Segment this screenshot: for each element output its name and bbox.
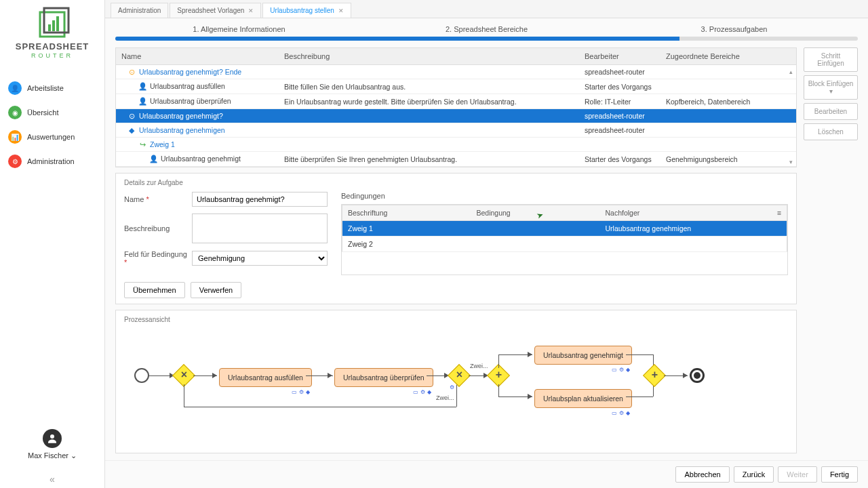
wizard-step-3[interactable]: 3. Prozessaufgaben bbox=[610, 25, 858, 37]
col-name[interactable]: Name bbox=[116, 48, 279, 65]
close-icon[interactable]: ✕ bbox=[338, 7, 344, 14]
bpmn-canvas[interactable]: Urlaubsantrag ausfüllen ▭⚙◆ Urlaubsantra… bbox=[124, 329, 788, 420]
insert-block-button[interactable]: Block Einfügen ▾ bbox=[804, 75, 858, 100]
nav-icon: ◉ bbox=[8, 106, 22, 119]
tab[interactable]: Urlaubsantrag stellen✕ bbox=[262, 3, 351, 18]
label-name: Name * bbox=[124, 195, 192, 203]
table-row[interactable]: ↪Zweig 1 bbox=[116, 138, 796, 152]
svg-text:SPREADSHEET: SPREADSHEET bbox=[16, 41, 90, 52]
main-area: AdministrationSpreadsheet Vorlagen✕Urlau… bbox=[105, 0, 868, 488]
conditions-table: Beschriftung Bedingung Nachfolger ≡ Zwei… bbox=[342, 205, 787, 252]
user-name: Max Fischer ⌄ bbox=[10, 451, 94, 460]
label-condfield: Feld für Bedingung * bbox=[124, 250, 192, 266]
condition-row[interactable]: Zweig 1Urlaubsantrag genehmigen bbox=[342, 221, 787, 237]
conditions-title: Bedingungen bbox=[341, 192, 788, 200]
bpmn-start-event[interactable] bbox=[134, 368, 149, 383]
bpmn-task-check[interactable]: Urlaubsantrag überprüfen ▭⚙◆ bbox=[334, 368, 433, 387]
logo: SPREADSHEET ROUTER bbox=[0, 0, 104, 69]
bpmn-gateway-4[interactable] bbox=[643, 364, 666, 387]
content: Name Beschreibung Bearbeiter Zugeordnete… bbox=[105, 41, 868, 460]
row-icon: ↪ bbox=[138, 140, 147, 148]
tab[interactable]: Administration bbox=[111, 3, 168, 18]
tab-bar: AdministrationSpreadsheet Vorlagen✕Urlau… bbox=[105, 0, 868, 18]
row-icon: ⊙ bbox=[127, 68, 136, 76]
actions-panel: Schritt Einfügen Block Einfügen ▾ Bearbe… bbox=[804, 47, 858, 453]
nav-list: 👤Arbeitsliste◉Übersicht📊Auswertungen⚙Adm… bbox=[0, 69, 104, 419]
table-row[interactable]: 👤Urlaubsantrag überprüfenEin Urlaubsantr… bbox=[116, 94, 796, 109]
tab-label: Urlaubsantrag stellen bbox=[270, 7, 334, 14]
table-row[interactable]: 👤Urlaubsantrag genehmigtBitte überprüfen… bbox=[116, 152, 796, 167]
bpmn-task-update[interactable]: Urlaubsplan aktualisieren ▭⚙◆ bbox=[534, 389, 632, 408]
svg-point-7 bbox=[50, 434, 54, 439]
nav-label: Administration bbox=[27, 157, 75, 165]
tab-label: Spreadsheet Vorlagen bbox=[177, 7, 244, 14]
condition-row[interactable]: Zweig 2 bbox=[342, 237, 787, 252]
apply-button[interactable]: Übernehmen bbox=[124, 282, 185, 298]
input-name[interactable] bbox=[192, 192, 328, 207]
sidebar-collapse-button[interactable]: « bbox=[0, 470, 104, 488]
bpmn-edge-label-2: Zwei... bbox=[436, 394, 454, 401]
nav-item-arbeitsliste[interactable]: 👤Arbeitsliste bbox=[0, 76, 104, 100]
row-icon: ◆ bbox=[127, 126, 136, 134]
col-areas[interactable]: Zugeordnete Bereiche bbox=[660, 48, 796, 65]
bpmn-task-approved[interactable]: Urlaubsantrag genehmigt ▭⚙◆ bbox=[534, 346, 632, 365]
cancel-button[interactable]: Abbrechen bbox=[675, 466, 729, 483]
conditions-panel: Bedingungen Beschriftung Bedingung Nachf… bbox=[341, 192, 788, 275]
details-form: Name * Beschreibung Feld für Bedingung * bbox=[124, 192, 328, 275]
process-panel: Prozessansicht bbox=[115, 310, 797, 453]
bpmn-task-fill[interactable]: Urlaubsantrag ausfüllen ▭⚙◆ bbox=[219, 368, 312, 387]
next-button[interactable]: Weiter bbox=[778, 466, 817, 483]
edit-button[interactable]: Bearbeiten bbox=[804, 103, 858, 120]
select-condfield[interactable]: Genehmigung bbox=[192, 251, 328, 266]
task-table-wrap: Name Beschreibung Bearbeiter Zugeordnete… bbox=[115, 47, 797, 167]
tab[interactable]: Spreadsheet Vorlagen✕ bbox=[170, 3, 261, 18]
table-row[interactable]: ⊙Urlaubsantrag genehmigt? Endespreadshee… bbox=[116, 65, 796, 79]
col-desc[interactable]: Beschreibung bbox=[279, 48, 579, 65]
delete-button[interactable]: Löschen bbox=[804, 123, 858, 140]
input-desc[interactable] bbox=[192, 214, 328, 243]
svg-rect-4 bbox=[56, 16, 59, 31]
process-title: Prozessansicht bbox=[124, 316, 788, 323]
table-row[interactable]: ◆Urlaubsantrag genehmigenspreadsheet-rou… bbox=[116, 123, 796, 138]
table-row[interactable]: 👤Urlaubsantrag ausfüllenBitte füllen Sie… bbox=[116, 79, 796, 94]
nav-item-übersicht[interactable]: ◉Übersicht bbox=[0, 100, 104, 125]
sidebar: SPREADSHEET ROUTER 👤Arbeitsliste◉Übersic… bbox=[0, 0, 105, 488]
row-icon: ⊙ bbox=[127, 112, 136, 120]
close-icon[interactable]: ✕ bbox=[248, 7, 254, 14]
wizard-step-1[interactable]: 1. Allgemeine Informationen bbox=[115, 25, 363, 37]
cond-col-succ[interactable]: Nachfolger bbox=[600, 205, 772, 221]
nav-item-auswertungen[interactable]: 📊Auswertungen bbox=[0, 125, 104, 149]
wizard-step-2[interactable]: 2. Spreadsheet Bereiche bbox=[363, 25, 610, 37]
table-row[interactable]: ⊙Urlaubsantrag genehmigt?spreadsheet-rou… bbox=[116, 109, 796, 123]
nav-item-administration[interactable]: ⚙Administration bbox=[0, 149, 104, 174]
chevron-down-icon: ⌄ bbox=[71, 451, 77, 460]
details-title: Details zur Aufgabe bbox=[124, 179, 788, 186]
row-icon: 👤 bbox=[138, 97, 147, 106]
tab-label: Administration bbox=[118, 7, 161, 14]
user-area[interactable]: Max Fischer ⌄ bbox=[0, 419, 104, 470]
row-icon: 👤 bbox=[138, 82, 147, 91]
cond-menu-icon[interactable]: ≡ bbox=[772, 205, 787, 221]
user-avatar-icon bbox=[43, 429, 62, 448]
cond-col-label[interactable]: Beschriftung bbox=[342, 205, 471, 221]
bpmn-gateway-1[interactable] bbox=[172, 364, 195, 387]
app-root: SPREADSHEET ROUTER 👤Arbeitsliste◉Übersic… bbox=[0, 0, 868, 488]
nav-icon: 👤 bbox=[8, 81, 22, 95]
nav-icon: ⚙ bbox=[8, 155, 22, 168]
scroll-indicator[interactable]: ▴▾ bbox=[789, 68, 795, 165]
col-editor[interactable]: Bearbeiter bbox=[579, 48, 660, 65]
nav-label: Arbeitsliste bbox=[27, 84, 64, 92]
nav-label: Übersicht bbox=[27, 108, 58, 117]
discard-button[interactable]: Verwerfen bbox=[191, 282, 242, 298]
back-button[interactable]: Zurück bbox=[734, 466, 774, 483]
label-desc: Beschreibung bbox=[124, 224, 192, 232]
chevron-down-icon: ▾ bbox=[829, 87, 833, 95]
task-table: Name Beschreibung Bearbeiter Zugeordnete… bbox=[116, 48, 796, 167]
finish-button[interactable]: Fertig bbox=[821, 466, 858, 483]
bpmn-gateway-2[interactable] bbox=[448, 364, 471, 387]
bpmn-edge-label-1: Zwei... bbox=[470, 363, 488, 369]
insert-step-button[interactable]: Schritt Einfügen bbox=[804, 47, 858, 72]
wizard-steps: 1. Allgemeine Informationen 2. Spreadshe… bbox=[105, 18, 868, 37]
bpmn-end-event[interactable] bbox=[690, 368, 705, 383]
svg-rect-2 bbox=[48, 24, 51, 31]
